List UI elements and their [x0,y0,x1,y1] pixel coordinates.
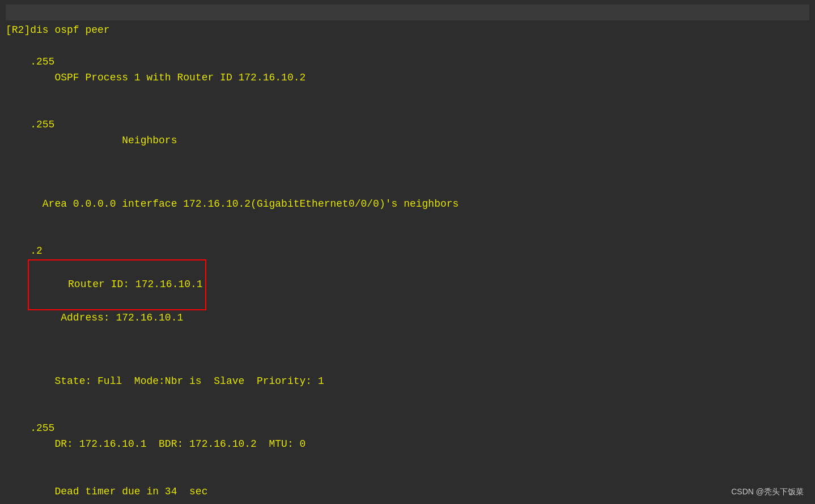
neighbors-header-1: .255 Neighbors [6,101,809,165]
prefix-255-2: .255 [30,119,54,130]
terminal: [R2]dis ospf peer .255 OSPF Process 1 wi… [0,0,815,504]
ospf-process-line: .255 OSPF Process 1 with Router ID 172.1… [6,39,809,102]
state1-line: State: Full Mode:Nbr is Slave Priority: … [6,342,809,405]
command-line: [R2]dis ospf peer [6,23,809,39]
router1-id-text: Router ID: 172.16.10.1 [68,279,203,290]
prefix-255-1: .255 [30,56,73,67]
state1-text: State: Full Mode:Nbr is Slave Priority: … [30,375,324,387]
blank-1 [6,165,809,181]
prefix-255-3 [30,360,54,371]
prefix-2: .2 [30,245,43,257]
dead1-text: Dead timer due in 34 sec [30,486,207,497]
ospf-process-text: OSPF Process 1 with Router ID 172.16.10.… [30,72,305,83]
router1-line: .2 Router ID: 172.16.10.1 Address: 172.1… [6,228,809,342]
neighbors-label-1: Neighbors [30,135,177,146]
area1-text: Area 0.0.0.0 interface 172.16.10.2(Gigab… [30,198,459,210]
dr1-text: DR: 172.16.10.1 BDR: 172.16.10.2 MTU: 0 [30,438,305,450]
router1-id-box: Router ID: 172.16.10.1 [28,259,206,310]
watermark: CSDN @秃头下饭菜 [731,487,804,497]
router1-address: Address: 172.16.10.1 [30,312,183,323]
dead1-line: Dead timer due in 34 sec [6,468,809,504]
top-bar [6,5,809,20]
area1-line: Area 0.0.0.0 interface 172.16.10.2(Gigab… [6,181,809,228]
prefix-255-4: .255 [30,422,54,434]
dr1-line: .255 DR: 172.16.10.1 BDR: 172.16.10.2 MT… [6,405,809,468]
